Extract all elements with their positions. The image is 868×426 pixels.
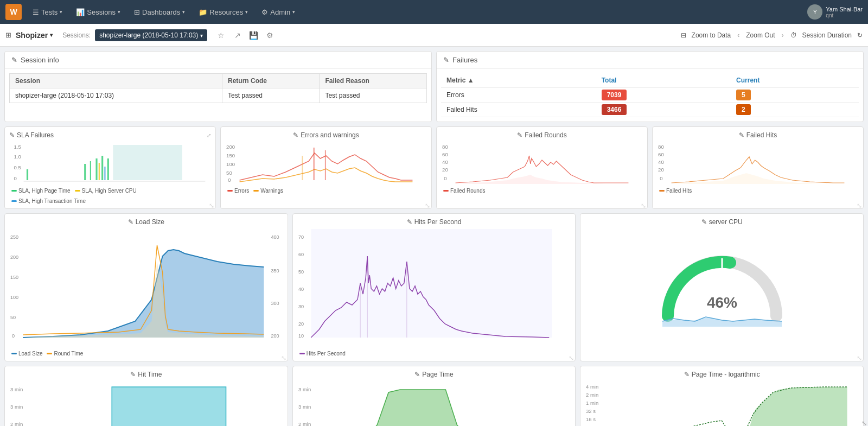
- session-info-header: ✎ Session info: [5, 52, 431, 69]
- nav-resources[interactable]: 📁 Resources ▾: [193, 5, 253, 19]
- resize-handle[interactable]: ⤡: [281, 354, 286, 360]
- svg-text:46%: 46%: [707, 294, 737, 311]
- resize-handle[interactable]: ⤡: [861, 419, 867, 425]
- svg-text:3 min: 3 min: [298, 404, 311, 410]
- sla-failures-chart: ✎ SLA Failures ⤢ 1.5 1.0 0.5 0: [4, 126, 216, 209]
- cell-return-code: Test passed: [222, 88, 319, 103]
- resize-handle[interactable]: ⤡: [425, 202, 430, 207]
- chart-title: ✎ Page Time: [297, 371, 571, 378]
- col-current: Current: [731, 73, 859, 88]
- pencil-icon: ✎: [443, 56, 449, 64]
- chart-title: ✎ Page Time - logarithmic: [585, 371, 859, 378]
- server-cpu-chart: ✎ server CPU 46% ⤡: [580, 213, 864, 361]
- zoom-to-data-btn[interactable]: Zoom to Data: [692, 31, 731, 39]
- table-row: Errors 7039 5: [441, 88, 859, 103]
- failed-hits-legend: Failed Hits: [657, 188, 859, 194]
- failures-panel: ✎ Failures Metric ▲ Total Current Errors…: [436, 51, 864, 122]
- pencil-icon: ✎: [684, 371, 690, 378]
- hits-per-second-chart: ✎ Hits Per Second 70 60 50 40 30 20 10: [292, 213, 576, 361]
- svg-marker-67: [311, 390, 559, 426]
- hits-legend: Hits Per Second: [297, 351, 571, 357]
- chevron-right-btn[interactable]: ›: [781, 31, 785, 39]
- svg-text:4 min: 4 min: [586, 384, 598, 390]
- avatar: Y: [807, 4, 822, 20]
- col-return-code: Return Code: [222, 74, 319, 88]
- load-size-area: 250 200 150 100 50 0 400 350 300 200: [9, 229, 283, 348]
- current-errors: 5: [731, 88, 859, 103]
- sub-nav-right: ⊟ Zoom to Data ‹ Zoom Out › ⏱ Session Du…: [681, 31, 863, 39]
- project-name[interactable]: Shopizer ▾: [16, 31, 53, 40]
- svg-rect-6: [84, 164, 86, 180]
- settings-icon[interactable]: ⚙: [264, 29, 277, 42]
- session-info-panel: ✎ Session info Session Return Code Faile…: [4, 51, 432, 122]
- chevron-left-btn[interactable]: ‹: [736, 31, 741, 39]
- chevron-down-icon: ▾: [245, 9, 248, 15]
- nav-admin[interactable]: ⚙ Admin ▾: [256, 5, 301, 19]
- share-icon[interactable]: ↗: [231, 29, 244, 42]
- svg-text:1.0: 1.0: [14, 154, 21, 160]
- svg-text:50: 50: [298, 269, 304, 275]
- col-total: Total: [596, 73, 731, 88]
- resize-handle[interactable]: ⤡: [209, 202, 214, 207]
- pencil-icon: ✎: [517, 131, 522, 139]
- chart-title: ✎ SLA Failures ⤢: [9, 131, 211, 139]
- errors-warnings-chart: ✎ Errors and warnings 200 150 100 50 0: [220, 126, 432, 209]
- user-area: Y Yam Shai-Bar qnt: [807, 4, 863, 20]
- nav-sessions[interactable]: 📊 Sessions ▾: [71, 5, 126, 19]
- svg-text:350: 350: [271, 268, 279, 274]
- pencil-icon: ✎: [414, 371, 420, 378]
- chevron-down-icon: ▾: [60, 9, 62, 15]
- chart-title: ✎ Failed Rounds: [441, 131, 643, 139]
- svg-text:80: 80: [658, 144, 664, 150]
- svg-rect-8: [95, 158, 97, 180]
- refresh-icon[interactable]: ↻: [857, 31, 863, 39]
- grid-icon-small: ⊞: [5, 31, 11, 39]
- zoom-out-btn[interactable]: Zoom Out: [746, 31, 775, 39]
- resize-handle[interactable]: ⤡: [857, 202, 862, 207]
- chevron-down-icon: ▾: [50, 32, 53, 38]
- svg-text:150: 150: [226, 153, 235, 158]
- chart-title: ✎ Failed Hits: [657, 131, 859, 139]
- star-icon[interactable]: ☆: [215, 29, 228, 42]
- hit-time-chart: ✎ Hit Time 3 min 3 min 2 min 50 s 00:000…: [4, 366, 288, 426]
- svg-rect-20: [325, 150, 326, 180]
- svg-text:40: 40: [298, 287, 304, 292]
- nav-dashboards[interactable]: ⊞ Dashboards ▾: [129, 5, 190, 19]
- resize-handle[interactable]: ⤡: [641, 202, 646, 207]
- svg-text:250: 250: [10, 234, 18, 240]
- save-icon[interactable]: 💾: [247, 29, 260, 42]
- chevron-down-icon: ▾: [182, 9, 185, 15]
- svg-text:60: 60: [442, 152, 448, 157]
- svg-text:0.5: 0.5: [14, 165, 21, 170]
- svg-text:50: 50: [226, 170, 232, 176]
- sla-legend: SLA, High Page Time SLA, High Server CPU…: [9, 188, 211, 204]
- chart-title: ✎ Errors and warnings: [225, 131, 427, 139]
- svg-text:2 min: 2 min: [10, 422, 23, 426]
- resize-handle[interactable]: ⤡: [569, 354, 574, 360]
- resize-handle[interactable]: ⤡: [857, 354, 862, 360]
- session-selector[interactable]: shopizer-large (2018-05-10 17:03) ▾: [95, 29, 207, 41]
- chart-title: ✎ Hit Time: [9, 371, 283, 378]
- chart-title: ✎ server CPU: [585, 218, 859, 226]
- pencil-icon: ✎: [701, 218, 707, 226]
- table-row: shopizer-large (2018-05-10 17:03) Test p…: [10, 88, 427, 103]
- gauge-svg: 46%: [657, 251, 787, 327]
- expand-icon[interactable]: ⤢: [207, 132, 211, 138]
- svg-text:20: 20: [298, 321, 304, 327]
- session-duration-label: Session Duration: [802, 31, 852, 39]
- svg-text:3 min: 3 min: [10, 404, 23, 410]
- failures-header: ✎ Failures: [437, 52, 863, 69]
- chevron-down-icon: ▾: [292, 9, 295, 15]
- svg-text:16 s: 16 s: [586, 417, 596, 422]
- charts-row3: ✎ Hit Time 3 min 3 min 2 min 50 s 00:000…: [4, 366, 864, 426]
- failed-hits-chart: ✎ Failed Hits 80 60 40 20 0 00:0000:3001…: [652, 126, 864, 209]
- pencil-icon: ✎: [293, 131, 298, 139]
- gear-icon: ⚙: [261, 8, 268, 16]
- cell-session: shopizer-large (2018-05-10 17:03): [10, 88, 222, 103]
- chevron-down-icon: ▾: [200, 33, 203, 39]
- svg-text:0: 0: [660, 176, 662, 181]
- failed-rounds-chart: ✎ Failed Rounds 80 60 40 20 0: [436, 126, 648, 209]
- svg-text:40: 40: [658, 160, 664, 165]
- grid-icon: ⊞: [134, 8, 140, 16]
- nav-tests[interactable]: ☰ Tests ▾: [27, 5, 68, 19]
